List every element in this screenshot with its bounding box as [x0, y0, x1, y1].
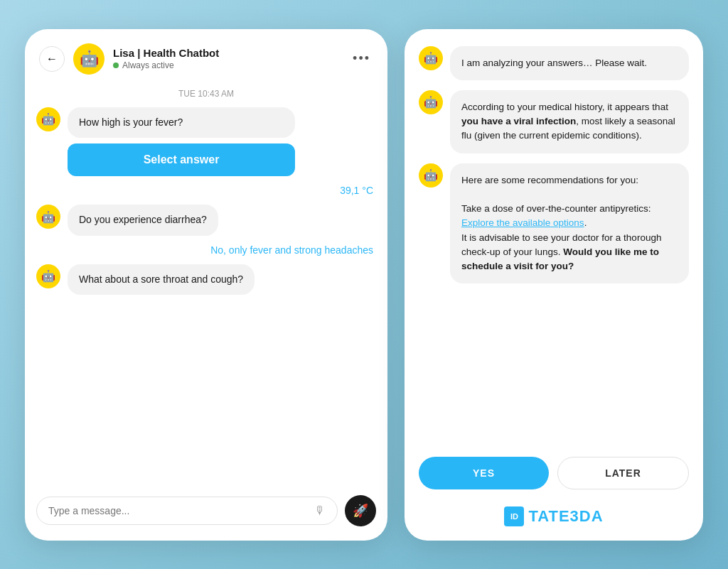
cta-buttons: YES LATER [419, 454, 689, 489]
diagnosis-bubble: According to your medical history, it ap… [450, 90, 689, 153]
back-button[interactable]: ← [39, 46, 65, 72]
bot-avatar: 🤖 [73, 43, 105, 75]
right-messages: 🤖 I am analyzing your answers… Please wa… [419, 46, 689, 443]
analyzing-bubble: I am analyzing your answers… Please wait… [450, 46, 689, 80]
bot-message-row-3: 🤖 What about a sore throat and cough? [36, 264, 376, 296]
user-no-diarrhea-reply: No, only fever and strong headaches [36, 244, 376, 256]
diarrhea-question-bubble: Do you experience diarrhea? [68, 205, 218, 236]
bot-avatar-xs-2: 🤖 [36, 205, 60, 229]
yes-button[interactable]: YES [419, 457, 549, 489]
brand-name: TATE3DA [528, 507, 603, 526]
fever-question-bubble: How high is your fever? [68, 107, 295, 139]
left-chat-panel: ← 🤖 Lisa | Health Chatbot Always active … [25, 29, 387, 541]
timestamp: TUE 10:43 AM [25, 86, 387, 107]
bot-info: Lisa | Health Chatbot Always active [113, 47, 341, 70]
right-bot-avatar-3: 🤖 [419, 163, 443, 188]
bot-name: Lisa | Health Chatbot [113, 47, 341, 59]
status-text: Always active [122, 60, 174, 70]
back-icon: ← [46, 53, 58, 65]
send-icon: 🚀 [353, 503, 368, 519]
right-bot-avatar-2: 🤖 [419, 90, 443, 114]
explore-options-link[interactable]: Explore the available options [461, 217, 584, 228]
message-input[interactable] [48, 505, 309, 516]
more-icon: ••• [353, 51, 370, 66]
message-input-area: 🎙 🚀 [25, 484, 387, 541]
brand-footer: ID TATE3DA [419, 501, 689, 526]
bot-status: Always active [113, 60, 341, 70]
right-bot-row-3: 🤖 Here are some recommendations for you:… [419, 163, 689, 284]
right-bot-avatar-1: 🤖 [419, 46, 443, 70]
bot-avatar-xs-3: 🤖 [36, 264, 60, 288]
chat-messages: 🤖 How high is your fever? Select answer … [25, 107, 387, 484]
right-bot-row-2: 🤖 According to your medical history, it … [419, 90, 689, 153]
right-chat-panel: 🤖 I am analyzing your answers… Please wa… [405, 29, 703, 541]
recommendations-bubble: Here are some recommendations for you: T… [450, 163, 689, 284]
user-temperature-reply: 39,1 °C [36, 185, 376, 196]
message-input-box[interactable]: 🎙 [36, 497, 338, 525]
bot-avatar-xs-1: 🤖 [36, 107, 60, 131]
sore-throat-question-bubble: What about a sore throat and cough? [68, 264, 255, 296]
later-button[interactable]: LATER [557, 457, 689, 489]
chat-header: ← 🤖 Lisa | Health Chatbot Always active … [25, 29, 387, 86]
brand-logo-icon: ID [504, 506, 524, 526]
more-options-button[interactable]: ••• [350, 48, 373, 69]
bot-message-row-1: 🤖 How high is your fever? Select answer [36, 107, 376, 177]
send-button[interactable]: 🚀 [345, 495, 376, 526]
status-indicator [113, 63, 119, 68]
right-bot-row-1: 🤖 I am analyzing your answers… Please wa… [419, 46, 689, 80]
fever-question-group: How high is your fever? Select answer [68, 107, 376, 177]
mic-icon[interactable]: 🎙 [314, 504, 326, 517]
select-answer-button[interactable]: Select answer [68, 143, 295, 176]
bot-message-row-2: 🤖 Do you experience diarrhea? [36, 205, 376, 236]
